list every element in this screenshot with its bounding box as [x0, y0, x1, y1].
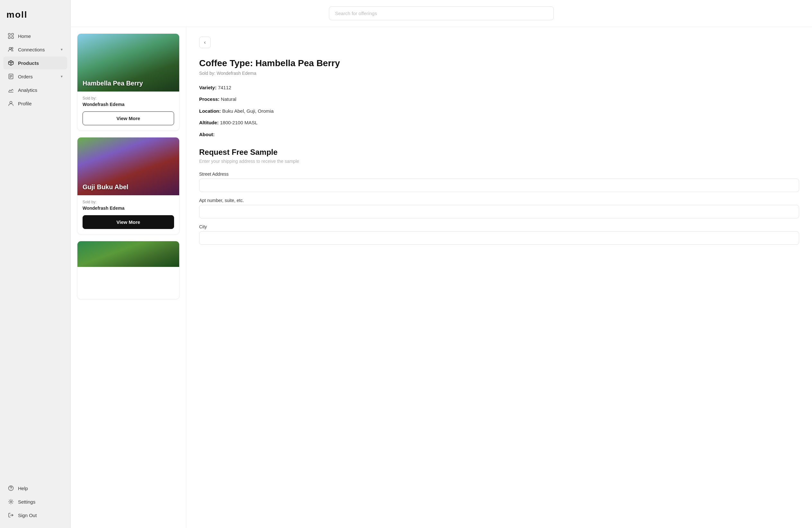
sample-section: Request Free Sample Enter your shipping …: [199, 148, 799, 245]
product-info-guji: Sold by: Wondefrash Edema View More: [77, 195, 179, 234]
grid-icon: [8, 33, 14, 39]
chevron-down-icon: ▾: [61, 74, 63, 79]
altitude-value: 1800-2100 MASL: [220, 120, 258, 125]
svg-point-10: [10, 501, 12, 503]
product-image-hambella: Hambella Pea Berry: [77, 34, 179, 91]
sidebar-item-help[interactable]: Help: [3, 482, 67, 495]
street-input[interactable]: [199, 179, 799, 192]
apt-label: Apt number, suite, etc.: [199, 198, 799, 203]
product-card-third: [77, 241, 179, 299]
receipt-icon: [8, 73, 14, 80]
sidebar-item-orders[interactable]: Orders ▾: [3, 70, 67, 83]
form-group-city: City: [199, 224, 799, 245]
location-label: Location:: [199, 108, 221, 114]
city-input[interactable]: [199, 231, 799, 245]
help-label: Help: [18, 486, 28, 491]
home-label: Home: [18, 33, 31, 39]
sidebar-item-analytics[interactable]: Analytics: [3, 84, 67, 96]
svg-rect-0: [8, 33, 10, 35]
signout-icon: [8, 512, 14, 518]
sidebar-item-settings[interactable]: Settings: [3, 495, 67, 508]
altitude-label: Altitude:: [199, 120, 219, 125]
main-content: Hambella Pea Berry Sold by: Wondefrash E…: [71, 0, 812, 528]
chart-icon: [8, 87, 14, 93]
sample-subtitle: Enter your shipping address to receive t…: [199, 159, 799, 164]
apt-input[interactable]: [199, 205, 799, 218]
detail-attr-variety: Variety: 74112: [199, 84, 799, 91]
chevron-left-icon: ‹: [204, 40, 206, 45]
detail-attr-location: Location: Buku Abel, Guji, Oromia: [199, 107, 799, 115]
svg-rect-2: [8, 36, 10, 39]
user-icon: [8, 100, 14, 107]
form-group-apt: Apt number, suite, etc.: [199, 198, 799, 218]
process-value: Natural: [221, 96, 236, 102]
sidebar-item-signout[interactable]: Sign Out: [3, 509, 67, 522]
process-label: Process:: [199, 96, 219, 102]
sold-by-label-hambella: Sold by:: [83, 96, 174, 101]
people-icon: [8, 46, 14, 53]
main-header: [71, 0, 812, 27]
view-more-button-hambella[interactable]: View More: [83, 112, 174, 125]
chevron-down-icon: ▾: [61, 47, 63, 52]
svg-rect-1: [12, 33, 14, 35]
detail-attr-altitude: Altitude: 1800-2100 MASL: [199, 119, 799, 127]
street-label: Street Address: [199, 172, 799, 177]
profile-label: Profile: [18, 101, 32, 106]
svg-point-7: [10, 102, 12, 104]
detail-attributes: Variety: 74112 Process: Natural Location…: [199, 84, 799, 138]
svg-point-9: [11, 489, 11, 490]
connections-label: Connections: [18, 47, 45, 52]
products-list: Hambella Pea Berry Sold by: Wondefrash E…: [71, 27, 186, 528]
product-card-guji: Guji Buku Abel Sold by: Wondefrash Edema…: [77, 137, 179, 234]
product-image-third: [77, 241, 179, 299]
detail-attr-process: Process: Natural: [199, 96, 799, 103]
sidebar-item-profile[interactable]: Profile: [3, 97, 67, 110]
location-value: Buku Abel, Guji, Oromia: [222, 108, 274, 114]
back-button[interactable]: ‹: [199, 36, 211, 48]
box-icon: [8, 60, 14, 66]
sold-by-label-guji: Sold by:: [83, 200, 174, 204]
svg-rect-3: [12, 36, 14, 39]
analytics-label: Analytics: [18, 87, 37, 93]
variety-value: 74112: [218, 85, 231, 90]
product-card-hambella: Hambella Pea Berry Sold by: Wondefrash E…: [77, 33, 179, 131]
form-group-street: Street Address: [199, 172, 799, 192]
app-logo: moll: [0, 6, 70, 30]
settings-label: Settings: [18, 499, 35, 504]
sample-title: Request Free Sample: [199, 148, 799, 157]
sidebar: moll Home: [0, 0, 71, 528]
signout-label: Sign Out: [18, 513, 37, 518]
product-name-hambella: Hambella Pea Berry: [83, 80, 143, 87]
main-body: Hambella Pea Berry Sold by: Wondefrash E…: [71, 27, 812, 528]
product-image-guji: Guji Buku Abel: [77, 137, 179, 195]
product-bg-third: [77, 241, 179, 267]
products-label: Products: [18, 60, 39, 66]
product-info-hambella: Sold by: Wondefrash Edema View More: [77, 91, 179, 130]
svg-point-5: [12, 47, 13, 49]
detail-attr-about: About:: [199, 131, 799, 138]
view-more-button-guji[interactable]: View More: [83, 215, 174, 229]
seller-name-guji: Wondefrash Edema: [83, 206, 174, 211]
search-input[interactable]: [329, 6, 554, 20]
sidebar-item-products[interactable]: Products: [3, 57, 67, 69]
detail-panel: ‹ Coffee Type: Hambella Pea Berry Sold b…: [186, 27, 812, 528]
product-name-guji: Guji Buku Abel: [83, 184, 129, 191]
help-icon: [8, 485, 14, 492]
detail-seller: Sold by: Wondefrash Edema: [199, 71, 799, 76]
seller-name-hambella: Wondefrash Edema: [83, 102, 174, 107]
svg-point-4: [9, 47, 11, 49]
detail-title: Coffee Type: Hambella Pea Berry: [199, 58, 799, 69]
sidebar-item-connections[interactable]: Connections ▾: [3, 43, 67, 56]
variety-label: Variety:: [199, 85, 217, 90]
orders-label: Orders: [18, 74, 33, 79]
about-label: About:: [199, 132, 215, 137]
sidebar-item-home[interactable]: Home: [3, 30, 67, 42]
sidebar-bottom: Help Settings Sign Out: [0, 482, 70, 522]
sidebar-nav: Home Connections ▾ P: [0, 30, 70, 482]
gear-icon: [8, 498, 14, 505]
city-label: City: [199, 224, 799, 229]
